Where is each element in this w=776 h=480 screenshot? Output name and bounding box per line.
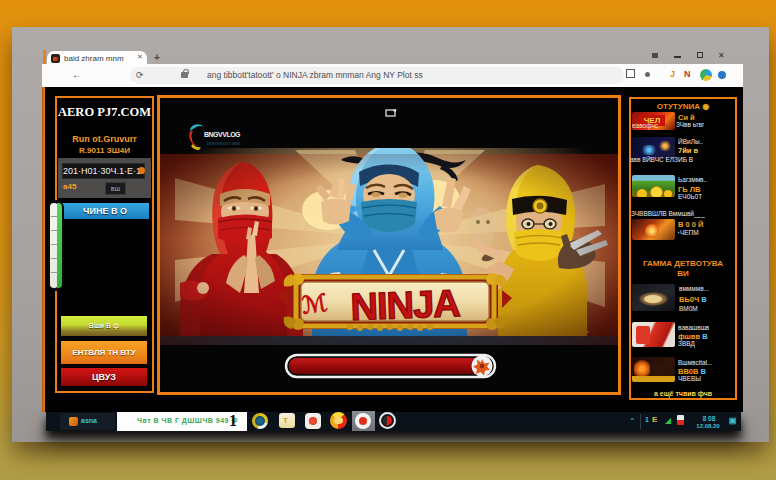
svg-text:BNGVVLOG: BNGVVLOG [204,131,241,138]
svg-text:NINJA: NINJA [350,282,461,328]
svg-text:зввгввшггавв: зввгввшггавв [206,140,240,146]
